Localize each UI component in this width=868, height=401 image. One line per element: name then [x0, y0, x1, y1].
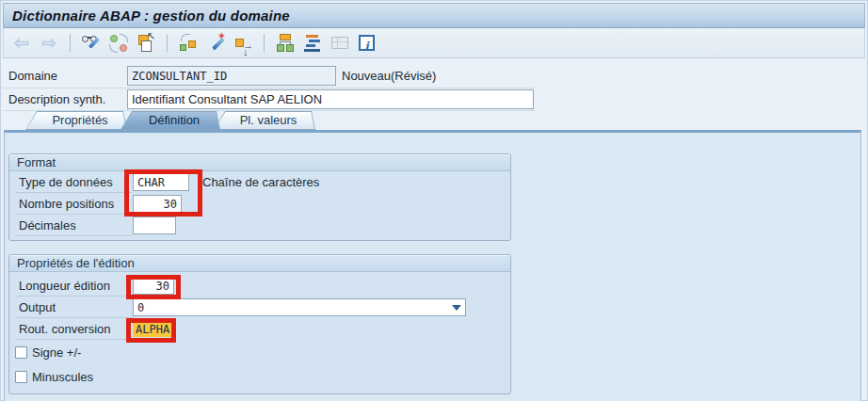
- format-groupbox-title: Format: [9, 154, 510, 171]
- toolbar-separator: [70, 34, 71, 52]
- status-text: Nouveau(Révisé): [342, 69, 436, 83]
- domain-input[interactable]: ZCONSULTANT_ID: [127, 66, 336, 86]
- previous-object-icon[interactable]: [178, 33, 199, 54]
- refresh-object-icon[interactable]: [108, 33, 129, 54]
- create-wand-icon[interactable]: ✶: [205, 33, 226, 54]
- hierarchy-icon[interactable]: [275, 33, 296, 54]
- conversion-routine-label: Rout. conversion: [15, 318, 133, 340]
- title-bar: Dictionnaire ABAP : gestion du domaine: [3, 3, 865, 28]
- copy-icon[interactable]: ↖: [136, 33, 156, 54]
- back-icon[interactable]: ⇦: [11, 33, 32, 54]
- sap-window: Dictionnaire ABAP : gestion du domaine ⇦…: [0, 0, 868, 401]
- forward-icon[interactable]: ⇨: [39, 33, 59, 54]
- row-divider: [3, 88, 535, 88]
- tab-proprietes[interactable]: Propriétés: [25, 111, 127, 130]
- description-input[interactable]: Identifiant Consultant SAP AELION: [127, 89, 534, 109]
- toolbar-separator: [264, 34, 265, 52]
- info-icon[interactable]: i: [357, 33, 378, 54]
- decimals-label: Décimales: [15, 215, 133, 236]
- domain-label: Domaine: [8, 69, 57, 83]
- format-groupbox: Format Type de données CHAR Chaîne de ca…: [8, 153, 511, 241]
- output-groupbox-title: Propriétés de l'édition: [9, 255, 510, 272]
- lowercase-checkbox-label: Minuscules: [32, 370, 93, 384]
- data-type-input[interactable]: CHAR: [133, 173, 189, 191]
- output-groupbox: Propriétés de l'édition Longueur édition…: [8, 254, 511, 394]
- tab-definition[interactable]: Définition: [121, 111, 220, 130]
- move-object-icon[interactable]: →↓: [233, 33, 253, 54]
- chevron-down-icon: [452, 305, 461, 311]
- length-input[interactable]: 30: [133, 195, 182, 213]
- output-style-dropdown[interactable]: 0: [133, 298, 466, 316]
- length-label: Nombre positions: [15, 193, 133, 215]
- decimals-input[interactable]: [133, 217, 176, 234]
- insert-line-icon[interactable]: [302, 33, 323, 54]
- description-label: Description synth.: [8, 92, 105, 106]
- data-type-description: Chaîne de caractères: [202, 175, 319, 189]
- conversion-routine-input[interactable]: ALPHA: [133, 322, 172, 337]
- table-view-icon: [330, 33, 350, 54]
- output-length-input[interactable]: 30: [133, 277, 174, 295]
- sign-checkbox-label: Signe +/-: [32, 345, 81, 360]
- toolbar-separator: [167, 34, 168, 52]
- tab-pl-valeurs[interactable]: Pl. valeurs: [214, 111, 315, 130]
- output-style-label: Output: [15, 297, 133, 318]
- lowercase-checkbox[interactable]: [15, 371, 27, 383]
- data-type-label: Type de données: [15, 171, 133, 193]
- page-title: Dictionnaire ABAP : gestion du domaine: [4, 4, 864, 27]
- sign-checkbox[interactable]: [15, 346, 27, 359]
- display-change-icon[interactable]: [81, 33, 102, 54]
- application-toolbar: ⇦ ⇨ ↖ ✶ →↓ i: [3, 28, 865, 58]
- output-length-label: Longueur édition: [15, 275, 133, 297]
